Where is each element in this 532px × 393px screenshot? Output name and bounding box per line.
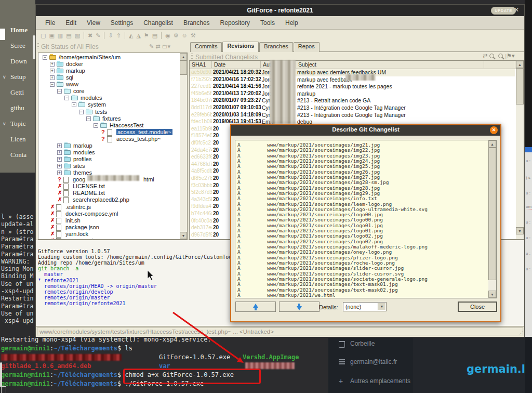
changelist-file-row[interactable]: Awww/markup/2021/sourceimages/img25.jpg (237, 163, 487, 168)
refresh-icon[interactable]: ⇄ (483, 53, 487, 59)
background-nav-item[interactable]: Conta (10, 151, 26, 159)
changelist-file-row[interactable]: Awww/markup/2021/sourceimages/slider-cus… (237, 271, 487, 276)
trash-icon[interactable] (339, 341, 345, 348)
pull-icon[interactable]: ⇩ (107, 32, 114, 39)
file-manager-item[interactable]: Corbeille (350, 340, 375, 347)
file-manager-item[interactable]: Autres emplacements (350, 377, 410, 385)
delete-icon[interactable]: ✖ (86, 32, 94, 39)
scroll-down-icon[interactable]: ▼ (516, 227, 524, 234)
branch-flag-icon[interactable]: ⚑▾ (507, 53, 514, 59)
changelist-file-row[interactable]: Awww/markup/2021/sourceimages/logo01.jpg (237, 222, 487, 228)
tree-toggle-icon[interactable]: − (72, 102, 76, 107)
tree-item[interactable]: +docker (38, 61, 187, 68)
tree-item[interactable]: ✗searchreplacedb2.php (38, 197, 187, 203)
revert-file-icon[interactable]: ▤ (64, 32, 73, 39)
tree-toggle-icon[interactable]: − (94, 123, 98, 128)
merge-icon[interactable]: ◮ (135, 32, 142, 39)
background-nav-item[interactable]: Setup (10, 73, 26, 81)
background-nav-item[interactable]: Getti (10, 88, 24, 97)
changelist-file-row[interactable]: Awww/markup/2021/sourceimages/img24.jpg (237, 158, 487, 163)
tree-item[interactable]: −tests (38, 109, 187, 115)
changelist-file-list[interactable]: ▲ ▼ Awww/markup/2021/sourceimages/img21.… (235, 140, 497, 298)
dialog-scrollbar-thumb[interactable] (488, 148, 496, 280)
chevron-down-icon[interactable]: ▼ (378, 303, 385, 310)
changelist-file-row[interactable]: Awww/markup/2021/sourceimages/img27.jpg (237, 174, 487, 179)
tree-item[interactable]: +markup (38, 68, 187, 74)
changelist-file-row[interactable]: Awww/markup/2021/sourceimages/text-mask0… (237, 281, 487, 286)
table-row[interactable]: 8dd117d62020/01/07 09:10:03Cyril#213 - I… (190, 104, 515, 112)
changelist-file-row[interactable]: Awww/markup/2021/sourceimages/slider-cus… (237, 265, 487, 270)
settings-gear-icon[interactable]: ⚙ (172, 32, 180, 39)
tab-repos[interactable]: Repos (294, 42, 320, 52)
changelist-file-row[interactable]: Awww/markup/2021/sourceimages/info.txt (237, 195, 487, 201)
dialog-title-bar[interactable]: Describe Git Changelist ✕ (231, 125, 500, 136)
table-row[interactable]: e29feb6b2020/01/03 14:18:09Cyril#213 - I… (190, 112, 515, 119)
background-nav-item[interactable]: Topic (10, 120, 25, 128)
background-nav-item[interactable]: Down (10, 57, 27, 66)
background-nav-item[interactable]: Scree (10, 42, 25, 50)
tree-toggle-icon[interactable]: − (79, 110, 84, 114)
tree-item[interactable]: −fixtures (38, 115, 187, 122)
menu-item-file[interactable]: File (40, 19, 60, 27)
stamp-icon[interactable]: ✎ (149, 43, 154, 49)
tree-item[interactable]: ✗package.json (38, 224, 187, 231)
changelist-file-row[interactable]: Awww/markup/2021/sourceimages/malakoff-m… (237, 244, 487, 249)
table-scrollbar-thumb[interactable] (516, 68, 524, 104)
tree-toggle-icon[interactable]: + (57, 164, 62, 168)
tab-revisions[interactable]: Revisions (222, 42, 259, 52)
tree-item[interactable]: ✗docker-compose.yml (38, 211, 187, 217)
column-header-subject[interactable]: Subject (296, 61, 484, 68)
changelist-file-row[interactable]: Awww/markup/2021/sourceimages/img22.jpg (237, 147, 487, 152)
tree-item[interactable]: ✗README.txt (38, 190, 187, 197)
server-icon[interactable] (339, 359, 345, 364)
terminal-window[interactable]: Restarting mono-xsp4 (via systemctl): mo… (0, 332, 328, 393)
scroll-up-icon[interactable]: ▲ (516, 61, 524, 68)
changelist-file-row[interactable]: Awww/markup/2021/sourceimages/logo02.png (237, 239, 487, 244)
changelist-file-row[interactable]: Awww/markup/2021/sourceimages/leem-logo.… (237, 201, 487, 206)
panel-drag-handle[interactable] (191, 54, 193, 60)
menu-item-changelist[interactable]: Changelist (138, 19, 178, 27)
tree-toggle-icon[interactable]: + (50, 75, 55, 80)
column-header-empty[interactable] (484, 61, 515, 68)
resize-grip[interactable]: ⋰ (518, 331, 523, 336)
column-header-date[interactable]: Date (212, 61, 261, 68)
update-button[interactable]: UPDATE (491, 7, 516, 15)
tree-item[interactable]: −www (38, 81, 187, 88)
tree-item[interactable]: ?access_test.module~ (38, 129, 187, 136)
tab-branches[interactable]: Branches (259, 42, 292, 52)
search-plus-icon[interactable] (498, 54, 503, 58)
tree-item[interactable]: ✗yarn.lock (38, 231, 187, 238)
tree-toggle-icon[interactable]: − (57, 89, 62, 94)
tree-item[interactable]: −HtaccessTest (38, 122, 187, 129)
changelist-file-row[interactable]: Awww/markup/2021/sourceimages/img26.jpg (237, 169, 487, 174)
move-up-button[interactable] (235, 302, 276, 312)
details-dropdown[interactable]: (none) ▼ (343, 302, 387, 311)
background-nav-item[interactable]: Home (10, 26, 28, 34)
changelist-file-row[interactable]: Awww/markup/2021/sourceimages/logo00.jpg (237, 212, 487, 217)
tree-item[interactable]: −/home/germain/Sites/um (38, 54, 187, 61)
changelist-file-row[interactable]: Awww/markup/2021/we.html (237, 292, 487, 297)
changelist-file-row[interactable]: Awww/markup/2021/sourceimages/img21.jpg (237, 142, 487, 147)
changelist-file-row[interactable]: Awww/markup/2021/sourceimages/societe-ge… (237, 276, 487, 281)
scroll-up-icon[interactable]: ▲ (488, 140, 496, 148)
changelist-file-row[interactable]: Awww/markup/2021/sourceimages/oney-logo.… (237, 249, 487, 254)
menu-item-view[interactable]: View (82, 19, 105, 27)
move-down-button[interactable] (279, 302, 320, 312)
panel-drag-handle[interactable] (37, 43, 39, 49)
tools-icon[interactable]: ⚒ (189, 32, 197, 39)
tree-toggle-icon[interactable]: + (57, 143, 62, 148)
table-scrollbar[interactable]: ▲ ▼ (516, 61, 524, 239)
user-icon[interactable]: ☺ (180, 32, 189, 38)
tree-toggle-icon[interactable]: − (43, 55, 47, 60)
website-icon[interactable]: ◉ (164, 32, 172, 39)
search-icon[interactable] (489, 54, 494, 58)
changelist-file-row[interactable]: Awww/markup/2021/sourceimages/img28-sm.j… (237, 179, 487, 185)
tree-item[interactable]: +sql (38, 74, 187, 81)
changelist-file-row[interactable]: Awww/markup/2021/sourceimages/logo-ultra… (237, 206, 487, 212)
table-row[interactable]: 184bc07e2020/01/07 09:23:27Cyril#213 - R… (190, 97, 515, 104)
tree-toggle-icon[interactable]: + (57, 157, 62, 162)
refresh-icon[interactable]: ⇄ (155, 43, 160, 49)
changelist-file-row[interactable]: Awww/markup/2021/sourceimages/pfizer-log… (237, 255, 487, 260)
column-header-sha1[interactable]: SHA1 (190, 61, 212, 68)
gitforce-title-bar[interactable]: GitForce - refonte2021 – ✕ (36, 5, 524, 16)
